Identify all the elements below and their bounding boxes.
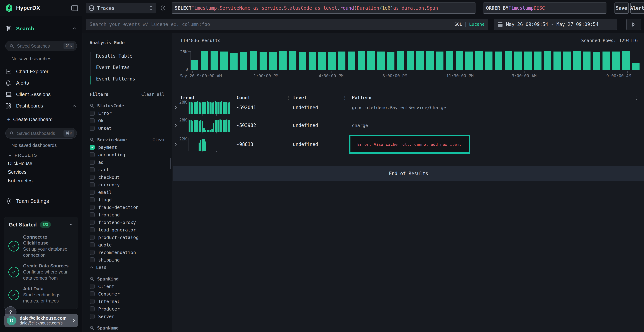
filter-option-cart[interactable]: cart — [90, 166, 165, 174]
sparkline-bar — [197, 101, 198, 114]
collapse-options-button[interactable]: Less — [90, 264, 165, 271]
get-started-step-connect[interactable]: Connect to ClickHouse Set up your databa… — [4, 230, 78, 260]
save-button[interactable]: Save — [614, 2, 628, 14]
search-input[interactable]: Search your events w/ Lucene ex. column:… — [86, 19, 488, 30]
checkbox[interactable] — [90, 314, 95, 319]
highlighted-error-pattern[interactable]: Error: Visa cache full: cannot add new i… — [349, 135, 470, 154]
checkbox[interactable] — [90, 250, 95, 255]
checkbox[interactable] — [90, 306, 95, 312]
team-settings-item[interactable]: Team Settings — [0, 195, 82, 207]
checkbox[interactable] — [90, 145, 95, 150]
pattern-row[interactable]: 28K ~592041 undefined grpc.oteldemo.Paym… — [172, 98, 644, 116]
filter-option-fraud-detection[interactable]: fraud-detection — [90, 204, 165, 211]
filter-option-product-catalog[interactable]: product-catalog — [90, 234, 165, 241]
filter-option-currency[interactable]: currency — [90, 181, 165, 188]
checkbox[interactable] — [90, 299, 95, 304]
filter-option-frontend[interactable]: frontend — [90, 211, 165, 218]
sql-mode-toggle[interactable]: SQL — [454, 22, 462, 27]
checkbox[interactable] — [90, 126, 95, 131]
sql-select-editor[interactable]: SELECT Timestamp, ServiceName as service… — [172, 2, 476, 14]
checkbox[interactable] — [90, 205, 95, 210]
expand-row-chevron-icon[interactable] — [174, 142, 178, 146]
checkbox[interactable] — [90, 175, 95, 180]
checkbox[interactable] — [90, 235, 95, 240]
date-range-picker[interactable]: May 26 09:09:54 - May 27 09:09:54 — [494, 19, 617, 30]
filter-option-error[interactable]: Error — [90, 110, 165, 117]
filter-option-unset[interactable]: Unset — [90, 124, 165, 132]
sparkline-bar — [226, 102, 227, 114]
get-started-step-datasources[interactable]: Create Data Sources Configure where your… — [4, 260, 78, 282]
filter-option-ok[interactable]: Ok — [90, 117, 165, 124]
filter-option-shipping[interactable]: shipping — [90, 256, 165, 264]
filter-option-checkout[interactable]: checkout — [90, 174, 165, 181]
saved-dashboards-input[interactable]: Saved Dashboards ⌘K — [5, 128, 77, 139]
preset-clickhouse[interactable]: ClickHouse — [0, 159, 82, 168]
filter-option-email[interactable]: email — [90, 188, 165, 196]
pattern-row[interactable]: 28K ~503982 undefined charge — [172, 116, 644, 134]
checkbox[interactable] — [90, 160, 95, 165]
presets-toggle[interactable]: PRESETS — [8, 151, 82, 159]
lucene-mode-toggle[interactable]: Lucene — [469, 22, 484, 27]
preset-services[interactable]: Services — [0, 168, 82, 176]
checkbox[interactable] — [90, 111, 95, 116]
logo-text: HyperDX — [16, 5, 40, 11]
filter-option-server[interactable]: Server — [90, 313, 165, 320]
source-selector[interactable]: Traces — [86, 3, 156, 14]
filter-option-consumer[interactable]: Consumer — [90, 290, 165, 298]
alerts-button[interactable]: Alerts — [630, 2, 644, 14]
clear-filter-button[interactable]: Clear — [152, 137, 165, 142]
sidebar-item-chart-explorer[interactable]: Chart Explorer — [0, 66, 82, 77]
filter-option-ad[interactable]: ad — [90, 158, 165, 166]
filter-option-load-generator[interactable]: load-generator — [90, 226, 165, 234]
create-dashboard-button[interactable]: + Create Dashboard — [0, 114, 82, 125]
pattern-text: charge — [352, 123, 368, 128]
events-histogram[interactable]: 28K 0 May 26 9:00:00 AM1:00:00 PM4:30:00… — [180, 50, 640, 79]
expand-row-chevron-icon[interactable] — [174, 123, 178, 128]
sidebar-collapse-icon[interactable] — [71, 4, 78, 12]
filter-option-frontend-proxy[interactable]: frontend-proxy — [90, 218, 165, 226]
filter-option-internal[interactable]: Internal — [90, 298, 165, 305]
run-query-button[interactable] — [626, 19, 641, 30]
app-logo[interactable]: HyperDX — [5, 0, 40, 16]
checkbox[interactable] — [90, 242, 95, 248]
help-button[interactable]: ? — [5, 306, 16, 318]
no-saved-searches-text: No saved searches — [12, 56, 82, 62]
order-by-editor[interactable]: ORDER BY Timestamp DESC — [483, 2, 606, 14]
sidebar-item-client-sessions[interactable]: Client Sessions — [0, 89, 82, 100]
filter-option-quote[interactable]: quote — [90, 241, 165, 249]
checkbox[interactable] — [90, 190, 95, 195]
checkbox[interactable] — [90, 292, 95, 296]
checkbox[interactable] — [90, 220, 95, 225]
panel-scrollbar[interactable] — [170, 158, 172, 170]
filter-option-payment[interactable]: payment — [90, 144, 165, 151]
get-started-step-add-data[interactable]: Add Data Start sending logs, metrics, or… — [4, 282, 78, 305]
sidebar-item-search[interactable]: Search — [0, 22, 82, 36]
checkbox[interactable] — [90, 227, 95, 232]
sidebar-item-alerts[interactable]: Alerts — [0, 77, 82, 89]
filter-option-producer[interactable]: Producer — [90, 305, 165, 313]
preset-kubernetes[interactable]: Kubernetes — [0, 176, 82, 185]
checkbox[interactable] — [90, 284, 95, 289]
checkbox[interactable] — [90, 212, 95, 217]
filter-option-recommendation[interactable]: recommendation — [90, 249, 165, 256]
user-account-chip[interactable]: D dale@clickhouse.com dale@clickhouse.co… — [4, 314, 78, 327]
checkbox[interactable] — [90, 258, 95, 262]
checkbox[interactable] — [90, 118, 95, 123]
get-started-header[interactable]: Get Started 3/3 — [4, 217, 78, 230]
expand-row-chevron-icon[interactable] — [174, 105, 178, 110]
saved-searches-input[interactable]: Saved Searches ⌘K — [5, 40, 77, 51]
checkbox[interactable] — [90, 182, 95, 187]
analysis-mode-event-patterns[interactable]: Event Patterns — [96, 73, 172, 84]
sidebar-item-dashboards[interactable]: Dashboards — [0, 100, 82, 112]
filter-option-client[interactable]: Client — [90, 283, 165, 290]
source-settings-gear-icon[interactable] — [160, 5, 166, 11]
checkbox[interactable] — [90, 167, 95, 172]
checkbox[interactable] — [90, 152, 95, 157]
clear-all-filters-button[interactable]: Clear all — [141, 92, 164, 97]
checkbox[interactable] — [90, 197, 95, 202]
pattern-row[interactable]: 22K ~98813 undefined Error: Visa cache f… — [172, 134, 644, 155]
analysis-mode-event-deltas[interactable]: Event Deltas — [96, 62, 172, 73]
analysis-mode-results-table[interactable]: Results Table — [96, 50, 172, 62]
filter-option-flagd[interactable]: flagd — [90, 196, 165, 204]
filter-option-accounting[interactable]: accounting — [90, 151, 165, 158]
